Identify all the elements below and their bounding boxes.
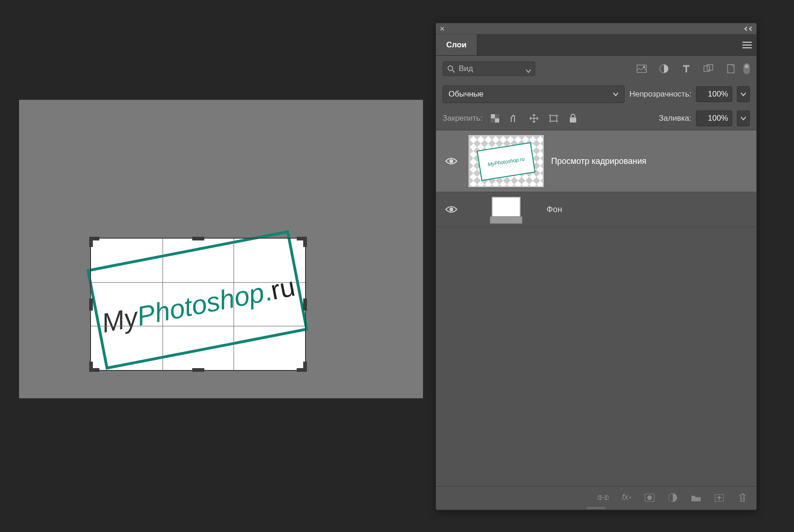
svg-point-13 [449, 159, 453, 163]
svg-rect-15 [645, 494, 654, 501]
crop-overlay[interactable] [90, 238, 306, 371]
filter-smart-icon[interactable] [725, 63, 737, 75]
lock-image-icon[interactable] [509, 113, 520, 123]
svg-point-2 [643, 66, 645, 68]
crop-handle-se[interactable] [297, 362, 307, 372]
layer-filter-row: Вид [436, 56, 756, 82]
layer-name[interactable]: Фон [547, 205, 562, 214]
close-icon[interactable]: × [440, 25, 445, 33]
fill-dropdown[interactable] [737, 110, 750, 126]
lock-label: Закрепить: [443, 114, 482, 123]
lock-position-icon[interactable] [529, 113, 539, 123]
filter-shape-icon[interactable] [703, 63, 715, 75]
opacity-input[interactable]: 100% [696, 86, 732, 102]
collapse-icon[interactable] [742, 26, 753, 32]
svg-point-14 [449, 208, 453, 211]
crop-handle-s[interactable] [192, 368, 204, 372]
layers-list: MyPhotoshop.ru Просмотр кадрирования Фон [436, 130, 756, 486]
search-icon [447, 65, 456, 76]
fill-label: Заливка: [659, 114, 691, 123]
blend-row: Обычные Непрозрачность: 100% [436, 82, 756, 107]
svg-point-16 [647, 495, 652, 500]
filter-type-icon[interactable] [680, 63, 692, 75]
artboard[interactable]: MyPhotoshop.ru [90, 238, 306, 371]
layer-row[interactable]: Фон [436, 192, 756, 227]
canvas-area[interactable]: MyPhotoshop.ru [19, 100, 423, 398]
grid-line [91, 326, 305, 326]
panel-titlebar[interactable]: × [436, 23, 756, 34]
svg-point-17 [669, 493, 677, 502]
layers-panel: × Слои Вид [436, 23, 757, 510]
filter-toggle[interactable] [743, 63, 750, 74]
crop-handle-n[interactable] [192, 237, 204, 240]
lock-all-icon[interactable] [568, 113, 578, 123]
svg-point-0 [448, 66, 453, 71]
blend-mode-value: Обычные [449, 90, 483, 99]
svg-rect-18 [715, 494, 723, 501]
panel-footer: fx▾ [436, 486, 756, 508]
svg-rect-9 [495, 114, 499, 118]
grid-line [234, 239, 234, 370]
layer-name[interactable]: Просмотр кадрирования [551, 156, 646, 166]
chevron-down-icon [613, 92, 618, 97]
svg-rect-7 [491, 114, 495, 118]
layer-thumbnail[interactable]: MyPhotoshop.ru [469, 135, 544, 187]
adjustment-icon[interactable] [667, 492, 678, 503]
layer-filter-select[interactable]: Вид [443, 61, 535, 76]
svg-rect-11 [550, 116, 557, 121]
lock-transparency-icon[interactable] [490, 113, 500, 123]
crop-handle-ne[interactable] [297, 237, 307, 247]
panel-tabbar: Слои [436, 34, 756, 56]
fx-icon[interactable]: fx▾ [621, 492, 632, 503]
fill-value: 100% [708, 114, 728, 123]
layer-row[interactable]: MyPhotoshop.ru Просмотр кадрирования [436, 130, 756, 192]
panel-menu-icon[interactable] [742, 41, 753, 49]
lock-row: Закрепить: Заливка: 100% [436, 107, 756, 130]
grid-line [163, 239, 163, 370]
tab-label: Слои [446, 40, 467, 50]
resize-grip[interactable] [586, 507, 606, 509]
lock-artboard-icon[interactable] [548, 113, 559, 123]
opacity-label: Непрозрачность: [629, 90, 691, 99]
fill-input[interactable]: 100% [696, 110, 732, 126]
new-layer-icon[interactable] [714, 492, 725, 503]
crop-handle-sw[interactable] [89, 362, 99, 372]
visibility-toggle[interactable] [442, 205, 461, 214]
opacity-dropdown[interactable] [737, 86, 750, 102]
layer-thumbnail[interactable] [492, 197, 521, 222]
svg-rect-8 [495, 118, 499, 123]
filter-value: Вид [459, 64, 473, 73]
filter-pixel-icon[interactable] [636, 63, 648, 75]
svg-rect-6 [728, 65, 734, 73]
opacity-value: 100% [708, 90, 728, 99]
svg-rect-1 [637, 65, 646, 72]
crop-handle-w[interactable] [89, 298, 93, 311]
crop-handle-e[interactable] [303, 298, 307, 311]
svg-rect-10 [491, 118, 495, 123]
visibility-toggle[interactable] [442, 157, 461, 165]
filter-adjustment-icon[interactable] [658, 63, 670, 75]
trash-icon[interactable] [737, 492, 748, 503]
grid-line [91, 282, 305, 283]
group-icon[interactable] [690, 492, 702, 503]
blend-mode-select[interactable]: Обычные [443, 85, 625, 103]
tab-layers[interactable]: Слои [436, 34, 477, 55]
mask-icon[interactable] [644, 492, 655, 503]
link-layers-icon[interactable] [598, 492, 609, 503]
crop-handle-nw[interactable] [89, 237, 99, 247]
svg-rect-5 [707, 65, 713, 70]
chevron-down-icon [526, 66, 531, 76]
svg-rect-4 [704, 66, 709, 71]
thumb-text: MyPhotoshop.ru [487, 156, 525, 167]
svg-point-3 [660, 65, 668, 73]
svg-rect-12 [570, 117, 576, 123]
